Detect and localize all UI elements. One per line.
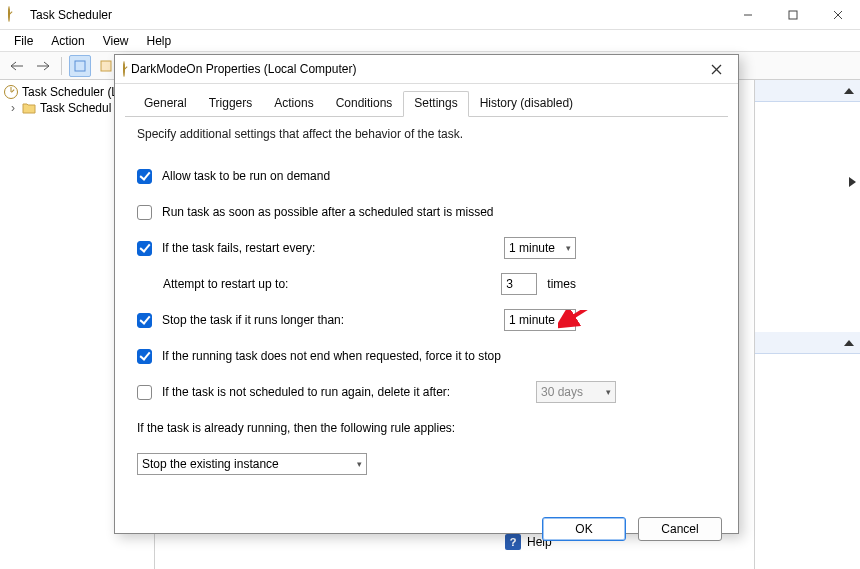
ok-label: OK — [575, 522, 592, 536]
label-restart: If the task fails, restart every: — [162, 241, 484, 255]
svg-rect-5 — [101, 61, 111, 71]
label-delete-after: If the task is not scheduled to run agai… — [162, 385, 516, 399]
svg-rect-1 — [789, 11, 797, 19]
chevron-down-icon: ▾ — [566, 243, 571, 253]
checkbox-run-asap[interactable] — [137, 205, 152, 220]
label-attempt: Attempt to restart up to: — [163, 277, 481, 291]
checkbox-allow-demand[interactable] — [137, 169, 152, 184]
tab-history[interactable]: History (disabled) — [469, 91, 584, 117]
label-force-stop: If the running task does not end when re… — [162, 349, 501, 363]
cancel-button[interactable]: Cancel — [638, 517, 722, 541]
maximize-button[interactable] — [770, 0, 815, 30]
actions-header-1[interactable] — [755, 80, 860, 102]
menu-file[interactable]: File — [6, 32, 41, 50]
chevron-down-icon: ▾ — [566, 315, 571, 325]
menu-view[interactable]: View — [95, 32, 137, 50]
ok-button[interactable]: OK — [542, 517, 626, 541]
collapse-icon — [844, 340, 854, 346]
folder-icon — [22, 102, 36, 114]
checkbox-force-stop[interactable] — [137, 349, 152, 364]
menu-help[interactable]: Help — [139, 32, 180, 50]
label-run-asap: Run task as soon as possible after a sch… — [162, 205, 494, 219]
combo-stop-duration[interactable]: 1 minute ▾ — [504, 309, 576, 331]
checkbox-delete-after[interactable] — [137, 385, 152, 400]
combo-rule[interactable]: Stop the existing instance ▾ — [137, 453, 367, 475]
tab-body-settings: Specify additional settings that affect … — [125, 116, 728, 499]
input-attempt-count[interactable]: 3 — [501, 273, 537, 295]
clock-icon — [4, 85, 18, 99]
chevron-down-icon: ▾ — [357, 459, 362, 469]
tab-triggers[interactable]: Triggers — [198, 91, 264, 117]
dialog-icon — [123, 62, 125, 76]
nav-forward-button[interactable] — [32, 55, 54, 77]
combo-restart-interval[interactable]: 1 minute ▾ — [504, 237, 576, 259]
dialog-close-button[interactable] — [702, 55, 730, 83]
settings-description: Specify additional settings that affect … — [137, 127, 716, 141]
tab-conditions[interactable]: Conditions — [325, 91, 404, 117]
checkbox-stop-longer[interactable] — [137, 313, 152, 328]
tab-general[interactable]: General — [133, 91, 198, 117]
combo-restart-interval-value: 1 minute — [509, 241, 555, 255]
properties-dialog: DarkModeOn Properties (Local Computer) G… — [114, 54, 739, 534]
input-attempt-value: 3 — [506, 277, 513, 291]
label-stop-longer: Stop the task if it runs longer than: — [162, 313, 484, 327]
actions-panel — [755, 80, 860, 569]
expand-right-icon[interactable] — [849, 177, 856, 187]
tab-actions[interactable]: Actions — [263, 91, 324, 117]
combo-rule-value: Stop the existing instance — [142, 457, 279, 471]
label-allow-demand: Allow task to be run on demand — [162, 169, 330, 183]
combo-delete-after: 30 days ▾ — [536, 381, 616, 403]
menu-action[interactable]: Action — [43, 32, 92, 50]
tab-strip: General Triggers Actions Conditions Sett… — [115, 84, 738, 116]
tab-settings[interactable]: Settings — [403, 91, 468, 117]
minimize-button[interactable] — [725, 0, 770, 30]
expand-icon[interactable]: › — [8, 101, 18, 115]
dialog-title: DarkModeOn Properties (Local Computer) — [131, 62, 702, 76]
app-icon — [8, 7, 24, 23]
dialog-titlebar: DarkModeOn Properties (Local Computer) — [115, 55, 738, 84]
combo-stop-duration-value: 1 minute — [509, 313, 555, 327]
label-times: times — [547, 277, 576, 291]
svg-rect-4 — [75, 61, 85, 71]
tree-root-label: Task Scheduler (L — [22, 85, 118, 99]
menubar: File Action View Help — [0, 30, 860, 52]
checkbox-restart[interactable] — [137, 241, 152, 256]
nav-back-button[interactable] — [6, 55, 28, 77]
dialog-button-row: OK Cancel — [115, 509, 738, 553]
window-title: Task Scheduler — [30, 8, 725, 22]
cancel-label: Cancel — [661, 522, 698, 536]
chevron-down-icon: ▾ — [606, 387, 611, 397]
collapse-icon — [844, 88, 854, 94]
window-titlebar: Task Scheduler — [0, 0, 860, 30]
combo-delete-after-value: 30 days — [541, 385, 583, 399]
label-rule: If the task is already running, then the… — [137, 421, 455, 435]
toolbar-button-1[interactable] — [69, 55, 91, 77]
tree-child-label: Task Schedul — [40, 101, 111, 115]
actions-header-2[interactable] — [755, 332, 860, 354]
close-button[interactable] — [815, 0, 860, 30]
